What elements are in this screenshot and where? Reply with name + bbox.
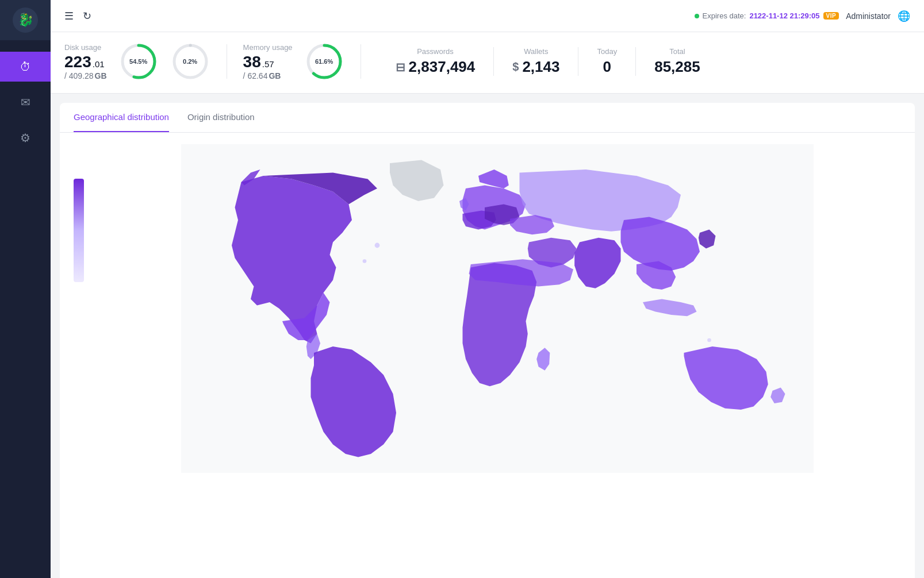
memory-value-row: 38 .57	[243, 53, 293, 71]
tab-geo-distribution[interactable]: Geographical distribution	[74, 103, 169, 132]
refresh-icon[interactable]: ↻	[83, 10, 91, 22]
wallets-value: 2,143	[522, 58, 559, 76]
total-value-row: 85,285	[654, 58, 700, 76]
disk-sub-row: / 409.28 GB	[64, 71, 107, 80]
expires-label: Expires date:	[703, 11, 746, 20]
memory-label: Memory usage	[243, 43, 293, 52]
memory-main-value: 38	[243, 53, 261, 71]
memory-denominator: / 62.64	[243, 71, 268, 80]
today-stat: Today 0	[578, 47, 636, 76]
today-value-row: 0	[603, 58, 611, 76]
topbar: ☰ ↻ Expires date: 2122-11-12 21:29:05 VI…	[51, 0, 924, 32]
world-map	[93, 144, 901, 473]
dashboard-icon: ⏱	[20, 60, 31, 74]
map-container	[60, 133, 915, 484]
legend-gradient	[74, 179, 84, 282]
passwords-label: Passwords	[417, 47, 454, 56]
disk-unit: GB	[95, 71, 107, 80]
stats-bar: Disk usage 223 .01 / 409.28 GB 54.5%	[51, 32, 924, 94]
passwords-stat: Passwords ⊟ 2,837,494	[377, 47, 494, 76]
dollar-icon: $	[512, 60, 519, 74]
tabs: Geographical distribution Origin distrib…	[60, 103, 915, 133]
settings-icon: ⚙	[20, 131, 30, 145]
divider-1	[227, 44, 227, 79]
content-inner: Geographical distribution Origin distrib…	[60, 103, 915, 578]
memory-text: Memory usage 38 .57 / 62.64 GB	[243, 43, 293, 80]
sidebar-item-mail[interactable]: ✉	[0, 87, 51, 117]
svg-point-7	[374, 243, 379, 248]
wallets-label: Wallets	[524, 47, 548, 56]
disk-value-row: 223 .01	[64, 53, 107, 71]
vip-badge: VIP	[823, 12, 839, 20]
memory-percent-label: 61.6%	[315, 58, 333, 65]
disk-text: Disk usage 223 .01 / 409.28 GB	[64, 43, 107, 80]
content-area: Geographical distribution Origin distrib…	[51, 94, 924, 578]
wallets-value-row: $ 2,143	[512, 58, 559, 76]
passwords-value-row: ⊟ 2,837,494	[396, 58, 476, 76]
expires-date: 2122-11-12 21:29:05	[749, 11, 819, 20]
database-icon: ⊟	[396, 60, 405, 74]
memory-circle: 61.6%	[304, 41, 344, 82]
logo-icon: 🐉	[13, 7, 38, 33]
globe-icon[interactable]: 🌐	[898, 10, 910, 22]
disk-stat-group: Disk usage 223 .01 / 409.28 GB 54.5%	[64, 41, 210, 82]
sidebar-item-settings[interactable]: ⚙	[0, 123, 51, 153]
disk-percent-2-label: 0.2%	[183, 58, 197, 65]
divider-2	[361, 44, 361, 79]
memory-sub-row: / 62.64 GB	[243, 71, 293, 80]
today-label: Today	[597, 47, 617, 56]
topbar-left: ☰ ↻	[64, 10, 685, 22]
disk-label: Disk usage	[64, 43, 107, 52]
menu-icon[interactable]: ☰	[64, 10, 74, 22]
today-value: 0	[603, 58, 611, 76]
svg-point-8	[362, 259, 366, 263]
status-dot	[695, 14, 699, 18]
total-label: Total	[669, 47, 685, 56]
sidebar-item-dashboard[interactable]: ⏱	[0, 52, 51, 82]
world-map-svg	[181, 144, 814, 473]
disk-circle-2: 0.2%	[170, 41, 210, 82]
sidebar: 🐉 ⏱ ✉ ⚙	[0, 0, 51, 578]
memory-unit: GB	[269, 71, 281, 80]
expires-badge: Expires date: 2122-11-12 21:29:05 VIP	[695, 11, 839, 20]
total-stat: Total 85,285	[636, 47, 719, 76]
tab-origin-distribution[interactable]: Origin distribution	[187, 103, 255, 132]
disk-percent-1-label: 54.5%	[129, 58, 147, 65]
disk-denominator: / 409.28	[64, 71, 94, 80]
mail-icon: ✉	[21, 95, 30, 109]
disk-main-value: 223	[64, 53, 91, 71]
svg-point-9	[707, 338, 711, 342]
main-content: ☰ ↻ Expires date: 2122-11-12 21:29:05 VI…	[51, 0, 924, 578]
passwords-value: 2,837,494	[409, 58, 476, 76]
disk-circle-1: 54.5%	[118, 41, 159, 82]
memory-stat-group: Memory usage 38 .57 / 62.64 GB 61.6%	[243, 41, 344, 82]
admin-name: Administator	[846, 11, 891, 21]
sidebar-logo: 🐉	[0, 0, 51, 40]
sidebar-nav: ⏱ ✉ ⚙	[0, 40, 51, 153]
disk-decimal: .01	[93, 59, 105, 69]
total-value: 85,285	[654, 58, 700, 76]
map-legend	[74, 179, 84, 282]
memory-decimal: .57	[262, 59, 274, 69]
topbar-right: Expires date: 2122-11-12 21:29:05 VIP Ad…	[695, 10, 910, 22]
wallets-stat: Wallets $ 2,143	[494, 47, 578, 76]
